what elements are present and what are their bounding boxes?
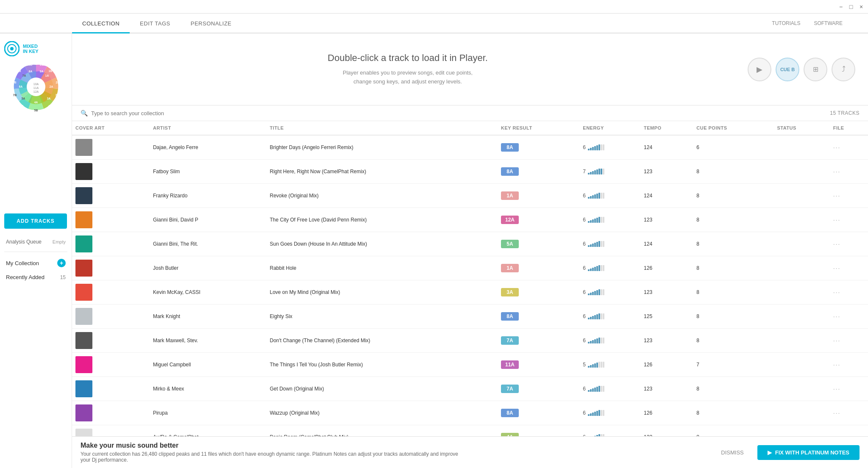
export-button[interactable]: ⤴	[832, 58, 855, 81]
svg-text:4A: 4A	[34, 101, 38, 104]
col-artist: ARTIST	[150, 121, 267, 135]
tracks-tbody: Dajae, Angelo Ferre Brighter Days (Angel…	[72, 135, 868, 436]
artist-cell: Mark Maxwell, Stev.	[150, 329, 267, 353]
cue-button[interactable]: CUE B	[776, 58, 799, 81]
player-controls: ▶ CUE B ⊞ ⤴	[748, 58, 855, 81]
col-title: TITLE	[266, 121, 498, 135]
table-row[interactable]: Josh Butler Rabbit Hole 1A 6 126 8 ···	[72, 256, 868, 280]
tutorials-link[interactable]: TUTORIALS	[772, 20, 800, 26]
col-file: FILE	[830, 121, 868, 135]
table-row[interactable]: Kevin McKay, CASSI Love on My Mind (Orig…	[72, 280, 868, 305]
cue-points-cell: 8	[693, 184, 773, 208]
svg-text:8B: 8B	[12, 81, 16, 84]
title-cell: Revoke (Original Mix)	[266, 184, 498, 208]
title-cell: Rabbit Hole	[266, 256, 498, 280]
file-cell: ···	[830, 401, 868, 425]
nav-right: TUTORIALS SOFTWARE	[772, 14, 868, 33]
tempo-cell: 123	[640, 329, 693, 353]
file-cell: ···	[830, 280, 868, 305]
search-input[interactable]	[91, 110, 830, 116]
svg-text:9A: 9A	[39, 70, 43, 73]
table-row[interactable]: Gianni Bini, David P The City Of Free Lo…	[72, 208, 868, 232]
cover-art-cell	[72, 184, 150, 208]
table-row[interactable]: Franky Rizardo Revoke (Original Mix) 1A …	[72, 184, 868, 208]
file-cell: ···	[830, 256, 868, 280]
software-link[interactable]: SOFTWARE	[814, 20, 843, 26]
player-text: Double-click a track to load it in Playe…	[85, 53, 731, 86]
tab-collection[interactable]: COLLECTION	[72, 14, 130, 33]
key-cell: 8A	[498, 135, 579, 160]
table-row[interactable]: Mark Maxwell, Stev. Don't Change (The Ch…	[72, 329, 868, 353]
grid-button[interactable]: ⊞	[804, 58, 827, 81]
status-cell	[773, 377, 829, 401]
table-row[interactable]: Miguel Campbell The Things I Tell You (J…	[72, 353, 868, 377]
maximize-button[interactable]: □	[848, 3, 854, 10]
analysis-queue: Analysis Queue Empty	[4, 235, 67, 248]
svg-text:1B: 1B	[48, 69, 52, 72]
play-button[interactable]: ▶	[748, 58, 771, 81]
sidebar-divider	[4, 252, 67, 252]
tracks-table: COVER ART ARTIST TITLE KEY RESULT ENERGY…	[72, 121, 868, 436]
title-cell: Don't Change (The Channel) (Extended Mix…	[266, 329, 498, 353]
key-cell: 1A	[498, 184, 579, 208]
key-cell: 11A	[498, 353, 579, 377]
tempo-cell: 126	[640, 353, 693, 377]
tempo-cell: 124	[640, 184, 693, 208]
tempo-cell: 124	[640, 135, 693, 160]
cover-art-cell	[72, 160, 150, 184]
cover-art-cell	[72, 256, 150, 280]
key-cell: 8A	[498, 305, 579, 329]
cue-points-cell: 8	[693, 160, 773, 184]
svg-text:11B: 11B	[39, 63, 45, 66]
col-tempo: TEMPO	[640, 121, 693, 135]
file-cell: ···	[830, 377, 868, 401]
cover-art-cell	[72, 135, 150, 160]
title-cell: Get Down (Original Mix)	[266, 377, 498, 401]
table-row[interactable]: Fatboy Slim Right Here, Right Now (Camel…	[72, 160, 868, 184]
tab-personalize[interactable]: PERSONALIZE	[181, 14, 242, 33]
svg-text:6B: 6B	[19, 105, 23, 108]
banner-text: Make your music sound better Your curren…	[81, 442, 462, 463]
status-cell	[773, 232, 829, 256]
title-cell: Sun Goes Down (House In An Attitude Mix)	[266, 232, 498, 256]
minimize-button[interactable]: −	[837, 3, 844, 10]
file-cell: ···	[830, 184, 868, 208]
fix-button[interactable]: ▶ FIX WITH PLATINUM NOTES	[757, 445, 860, 460]
file-cell: ···	[830, 232, 868, 256]
key-cell: 5A	[498, 232, 579, 256]
grid-icon: ⊞	[813, 65, 818, 73]
sidebar-item-my-collection[interactable]: My Collection +	[4, 255, 67, 271]
key-cell: 8A	[498, 160, 579, 184]
cue-points-cell: 8	[693, 377, 773, 401]
sidebar-item-recently-added[interactable]: Recently Added 15	[4, 271, 67, 284]
tempo-cell: 123	[640, 160, 693, 184]
svg-text:8A: 8A	[28, 70, 32, 73]
logo-text: MIXED IN KEY	[23, 44, 39, 54]
add-collection-button[interactable]: +	[57, 259, 66, 267]
status-cell	[773, 280, 829, 305]
main-panel: Double-click a track to load it in Playe…	[72, 33, 868, 468]
artist-cell: Franky Rizardo	[150, 184, 267, 208]
cover-art-cell	[72, 329, 150, 353]
add-tracks-button[interactable]: ADD TRACKS	[4, 213, 67, 229]
svg-text:10A: 10A	[33, 83, 39, 86]
top-nav: COLLECTION EDIT TAGS PERSONALIZE TUTORIA…	[0, 14, 868, 33]
svg-text:2B: 2B	[56, 81, 59, 84]
dismiss-button[interactable]: DISMISS	[712, 445, 752, 460]
cue-points-cell: 8	[693, 329, 773, 353]
energy-cell: 7	[579, 160, 640, 184]
table-row[interactable]: Dajae, Angelo Ferre Brighter Days (Angel…	[72, 135, 868, 160]
tab-edit-tags[interactable]: EDIT TAGS	[130, 14, 181, 33]
table-row[interactable]: Au/Ra & CamelPhat Panic Room (CamelPhat …	[72, 425, 868, 437]
table-row[interactable]: Mark Knight Eighty Six 8A 6 125 8 ···	[72, 305, 868, 329]
table-row[interactable]: Pirupa Wazzup (Original Mix) 8A 6 126 8 …	[72, 401, 868, 425]
status-cell	[773, 305, 829, 329]
table-row[interactable]: Gianni Bini, The Rit. Sun Goes Down (Hou…	[72, 232, 868, 256]
play-icon: ▶	[757, 65, 762, 74]
svg-text:7B: 7B	[13, 94, 17, 97]
table-row[interactable]: Mirko & Meex Get Down (Original Mix) 7A …	[72, 377, 868, 401]
energy-cell: 6	[579, 184, 640, 208]
artist-cell: Au/Ra & CamelPhat	[150, 425, 267, 437]
table-container[interactable]: COVER ART ARTIST TITLE KEY RESULT ENERGY…	[72, 121, 868, 436]
close-button[interactable]: ×	[858, 3, 865, 10]
